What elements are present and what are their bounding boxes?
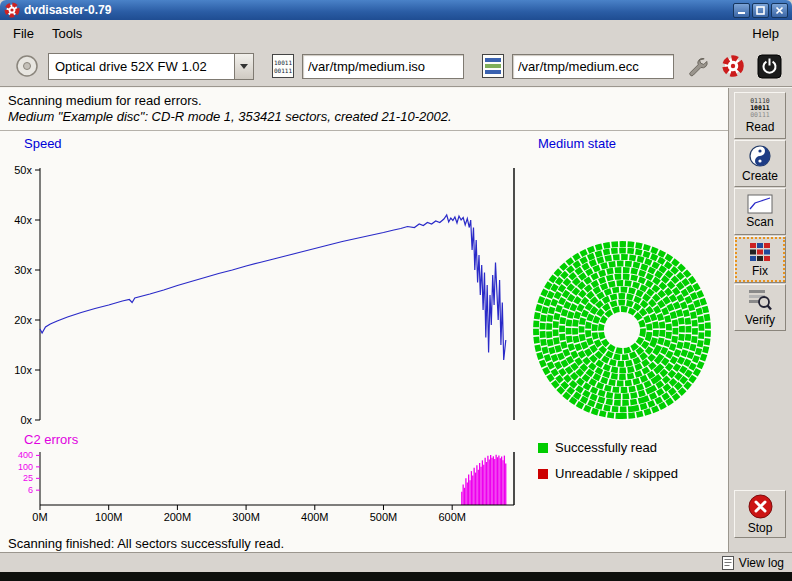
svg-text:400M: 400M — [301, 511, 329, 523]
fix-icon — [748, 241, 772, 263]
menubar: File Tools Help — [0, 20, 792, 46]
wrench-icon — [685, 54, 709, 78]
main-panel: Scanning medium for read errors. Medium … — [0, 88, 728, 552]
menu-file[interactable]: File — [4, 23, 43, 44]
svg-text:10x: 10x — [14, 364, 32, 376]
svg-text:25: 25 — [23, 473, 33, 483]
legend-unreadable: Unreadable / skipped — [538, 466, 678, 481]
chart-icon — [747, 194, 773, 214]
svg-text:500M: 500M — [370, 511, 398, 523]
create-button-label: Create — [742, 169, 778, 183]
svg-text:400: 400 — [18, 450, 33, 460]
dvdisaster-logo-button[interactable] — [720, 53, 746, 79]
view-log-label: View log — [739, 556, 784, 570]
ecc-file-icon — [482, 54, 504, 78]
lifebuoy-icon — [721, 54, 745, 78]
red-swatch — [538, 469, 548, 479]
chevron-down-icon[interactable] — [234, 54, 253, 79]
iso-file-icon: 10011 00111 — [272, 54, 294, 78]
desktop-strip — [0, 572, 792, 581]
maximize-button[interactable] — [752, 3, 769, 18]
preferences-button[interactable] — [684, 53, 710, 79]
scan-result-status: Scanning finished: All sectors successfu… — [8, 536, 284, 551]
fix-button[interactable]: Fix — [734, 236, 786, 283]
verify-button-label: Verify — [745, 313, 775, 327]
stop-button[interactable]: Stop — [734, 490, 786, 538]
action-sidebar: 01110 10011 00111 Read Create Scan — [728, 88, 792, 552]
read-icon: 01110 10011 00111 — [750, 98, 770, 119]
scan-button-label: Scan — [746, 215, 773, 229]
yin-yang-icon — [748, 144, 772, 168]
verify-magnifier-icon — [747, 288, 773, 312]
iso-path-input[interactable] — [302, 54, 464, 79]
stop-icon — [747, 493, 774, 520]
read-icon-bits-3: 00111 — [750, 111, 770, 119]
minimize-button[interactable] — [733, 3, 750, 18]
titlebar[interactable]: dvdisaster-0.79 — [0, 0, 792, 20]
svg-text:100M: 100M — [95, 511, 123, 523]
svg-text:200M: 200M — [164, 511, 192, 523]
menu-help[interactable]: Help — [743, 23, 788, 44]
window-title: dvdisaster-0.79 — [24, 3, 111, 17]
scan-button[interactable]: Scan — [734, 188, 786, 235]
ecc-path-input[interactable] — [512, 54, 674, 79]
read-button-label: Read — [746, 120, 775, 134]
toolbar: Optical drive 52X FW 1.02 10011 00111 — [0, 46, 792, 86]
quit-button[interactable] — [756, 53, 782, 79]
legend-label: Successfully read — [555, 440, 657, 455]
status-line-2: Medium "Example disc": CD-R mode 1, 3534… — [8, 109, 452, 124]
iso-icon-bits-2: 00111 — [274, 67, 292, 74]
stop-button-label: Stop — [748, 521, 773, 535]
create-button[interactable]: Create — [734, 140, 786, 187]
app-icon — [4, 2, 20, 18]
status-line-1: Scanning medium for read errors. — [8, 93, 202, 108]
green-swatch — [538, 443, 548, 453]
power-icon — [757, 54, 782, 79]
svg-text:600M: 600M — [438, 511, 466, 523]
svg-text:0M: 0M — [32, 511, 47, 523]
read-button[interactable]: 01110 10011 00111 Read — [734, 92, 786, 139]
close-button[interactable] — [771, 3, 788, 18]
svg-text:0x: 0x — [20, 414, 32, 426]
legend-successfully-read: Successfully read — [538, 440, 657, 455]
svg-text:30x: 30x — [14, 264, 32, 276]
iso-icon-bits-1: 10011 — [274, 59, 292, 66]
menu-tools[interactable]: Tools — [43, 23, 91, 44]
svg-text:20x: 20x — [14, 314, 32, 326]
log-page-icon — [722, 556, 734, 570]
svg-text:300M: 300M — [232, 511, 260, 523]
fix-button-label: Fix — [752, 264, 768, 278]
verify-button[interactable]: Verify — [734, 284, 786, 331]
header-separator — [0, 130, 728, 131]
legend-label: Unreadable / skipped — [555, 466, 678, 481]
view-log-button[interactable]: View log — [722, 556, 784, 570]
bottom-bar: View log — [0, 552, 792, 572]
svg-text:40x: 40x — [14, 214, 32, 226]
svg-text:50x: 50x — [14, 164, 32, 176]
svg-text:100: 100 — [18, 462, 33, 472]
drive-selector[interactable]: Optical drive 52X FW 1.02 — [48, 53, 254, 80]
drive-icon — [14, 53, 40, 79]
app-window: dvdisaster-0.79 File Tools Help — [0, 0, 792, 581]
svg-text:6: 6 — [28, 485, 33, 495]
drive-selector-value: Optical drive 52X FW 1.02 — [49, 59, 234, 74]
